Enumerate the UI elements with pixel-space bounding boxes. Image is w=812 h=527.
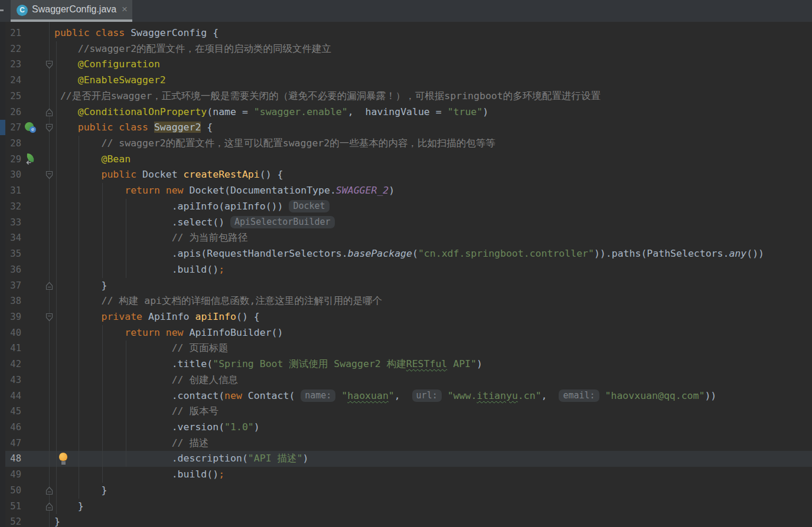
code-text: @Bean [54, 152, 131, 167]
fold-start-icon[interactable] [45, 60, 53, 69]
code-segment: // swagger2的配置文件，这里可以配置swagger2的一些基本的内容，… [101, 138, 495, 149]
code-segment [54, 232, 172, 243]
code-line: 35 .apis(RequestHandlerSelectors.basePac… [0, 246, 812, 262]
code-line: 21public class SwaggerConfig { [0, 25, 812, 41]
code-segment: " [341, 390, 347, 401]
code-text: public Docket createRestApi() { [54, 167, 283, 182]
code-line: 30 public Docket createRestApi() { [0, 167, 812, 183]
code-text: // 版本号 [54, 404, 219, 419]
code-segment [54, 106, 78, 117]
code-segment: API" [447, 358, 477, 369]
code-segment: "true" [448, 106, 483, 117]
code-segment: ()) [746, 248, 764, 259]
tab-swaggerconfig[interactable]: C SwaggerConfig.java × [11, 0, 132, 22]
code-segment [54, 500, 78, 512]
code-segment: { [201, 122, 213, 133]
spring-bean-class-icon[interactable]: e [25, 122, 36, 133]
code-line: 48 .description("API 描述") [0, 451, 812, 467]
tab-close-icon[interactable]: × [122, 4, 128, 15]
code-segment: .apiInfo(apiInfo()) [172, 201, 283, 212]
fold-start-icon[interactable] [45, 171, 53, 179]
code-line: 46 .version("1.0") [0, 420, 812, 436]
code-segment [54, 122, 78, 133]
code-segment: ; [219, 469, 224, 480]
code-segment: public class [54, 27, 131, 38]
left-strip-marker [0, 120, 5, 135]
code-segment: // 为当前包路径 [172, 232, 248, 243]
code-line: 42 .title("Spring Boot 测试使用 Swagger2 构建R… [0, 356, 812, 372]
code-segment: //是否开启swagger，正式环境一般是需要关闭的（避免不必要的漏洞暴露！），… [60, 90, 601, 102]
code-line: 49 .build(); [0, 467, 812, 483]
code-text: //swagger2的配置文件，在项目的启动类的同级文件建立 [54, 41, 331, 57]
code-segment: "swagger.enable" [254, 106, 348, 117]
code-segment: .title( [172, 358, 213, 369]
code-segment [283, 201, 289, 212]
code-line: 23 @Configuration [0, 57, 812, 73]
code-segment: } [78, 500, 84, 512]
code-segment [54, 295, 101, 306]
editor-tab-bar: C SwaggerConfig.java × [0, 0, 812, 22]
code-line: 22 //swagger2的配置文件，在项目的启动类的同级文件建立 [0, 41, 812, 57]
code-text: public class SwaggerConfig { [54, 25, 219, 41]
code-segment [54, 358, 172, 369]
code-text: // 页面标题 [54, 341, 229, 356]
code-segment: .build() [172, 264, 219, 275]
code-editor[interactable]: 21public class SwaggerConfig {22 //swagg… [0, 22, 812, 527]
spring-bean-icon[interactable] [25, 154, 36, 165]
code-line: 29 @Bean [0, 152, 812, 168]
code-text: .title("Spring Boot 测试使用 Swagger2 构建REST… [54, 356, 482, 372]
code-segment [54, 43, 78, 54]
code-text: // 为当前包路径 [54, 230, 248, 246]
code-text: .version("1.0") [54, 420, 260, 435]
code-line: 52} [0, 514, 812, 527]
code-segment: ) [254, 421, 260, 433]
code-text: .apis(RequestHandlerSelectors.basePackag… [54, 246, 764, 261]
code-segment: "www. [448, 390, 477, 401]
fold-end-icon[interactable] [45, 502, 53, 511]
code-segment: public class [78, 122, 154, 133]
code-segment [54, 485, 101, 496]
code-segment: createRestApi [184, 169, 260, 180]
code-line: 41 // 页面标题 [0, 341, 812, 356]
fold-start-icon[interactable] [45, 123, 53, 132]
fold-end-icon[interactable] [45, 281, 53, 290]
java-class-icon: C [17, 5, 28, 16]
code-segment: haoxuan [347, 390, 389, 401]
code-text: @ConditionalOnProperty(name = "swagger.e… [54, 104, 488, 120]
code-segment: apiInfo [195, 311, 236, 322]
code-text: return new Docket(DocumentationType.SWAG… [54, 183, 394, 198]
fold-start-icon[interactable] [45, 313, 53, 322]
code-segment: , [542, 390, 559, 401]
code-segment: .version( [172, 421, 224, 433]
code-segment: .description( [172, 453, 248, 464]
code-segment: "haovxuan@qq.com" [605, 390, 705, 401]
code-segment [54, 342, 172, 353]
code-segment: "Spring Boot 测试使用 Swagger2 构建 [213, 358, 406, 369]
code-segment: ) [302, 453, 308, 464]
code-segment [54, 469, 172, 480]
code-segment: , [394, 390, 412, 401]
code-segment [54, 311, 101, 322]
fold-end-icon[interactable] [45, 108, 53, 117]
code-text: } [54, 483, 107, 498]
code-text: // 构建 api文档的详细信息函数,注意这里的注解引用的是哪个 [54, 293, 382, 309]
code-line: 26 @ConditionalOnProperty(name = "swagge… [0, 104, 812, 120]
code-segment: () { [260, 169, 283, 180]
code-segment: ) [389, 185, 394, 196]
code-segment: new [224, 390, 248, 401]
code-segment [54, 327, 125, 338]
code-segment [54, 74, 78, 86]
code-line: 47 // 描述 [0, 436, 812, 451]
code-segment: , havingValue = [348, 106, 448, 117]
code-segment [54, 58, 78, 70]
code-text: // 描述 [54, 436, 209, 451]
code-segment: } [101, 280, 107, 291]
fold-end-icon[interactable] [45, 486, 53, 495]
code-text: } [54, 499, 84, 514]
code-segment: //swagger2的配置文件，在项目的启动类的同级文件建立 [78, 43, 331, 54]
code-text: } [54, 514, 60, 527]
code-segment: (name = [207, 106, 253, 117]
code-segment [54, 185, 125, 196]
code-line: 34 // 为当前包路径 [0, 230, 812, 246]
code-segment: // 描述 [172, 437, 209, 449]
